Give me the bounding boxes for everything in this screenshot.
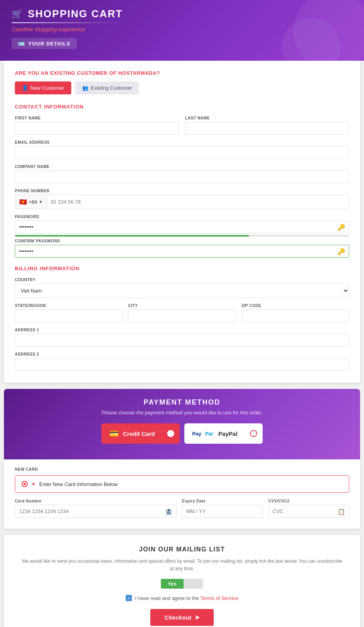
payment-section: PAYMENT METHOD Please choose the payment… xyxy=(4,389,360,459)
password-group: PASSWORD 🔑 xyxy=(15,215,349,237)
confirm-password-label: CONFIRM PASSWORD xyxy=(15,239,349,243)
state-group: STATE/REGION xyxy=(15,304,123,322)
cvv-icon: 📋 xyxy=(337,508,345,515)
contact-section-title: CONTACT INFORMATION xyxy=(15,104,349,110)
enter-card-radio xyxy=(22,481,28,487)
zip-group: ZIP CODE xyxy=(241,304,349,322)
password-strength-bar xyxy=(15,235,349,237)
cart-icon: 🛒 xyxy=(12,9,23,19)
phone-group: PHONE NUMBER 🇻🇳 +84 ▼ xyxy=(15,189,349,209)
card-number-label: Card Number xyxy=(15,499,177,503)
state-city-zip-row: STATE/REGION CITY ZIP CODE xyxy=(15,304,349,322)
cvv-label: CVV/CVC2 xyxy=(268,499,350,503)
address2-input[interactable] xyxy=(15,358,349,371)
enter-card-row[interactable]: + Enter New Card Information Below xyxy=(15,475,349,493)
header: 🛒 SHOPPING CART Carefree shopping experi… xyxy=(0,0,364,61)
email-input[interactable] xyxy=(15,146,349,159)
phone-flag[interactable]: 🇻🇳 +84 ▼ xyxy=(15,195,47,209)
payment-options: 💳 Credit Card PayPal PayPal xyxy=(12,423,352,444)
expiry-input[interactable] xyxy=(182,505,263,518)
paypal-option[interactable]: PayPal PayPal xyxy=(184,423,263,444)
last-name-label: LAST NAME xyxy=(185,116,349,120)
confirm-password-wrap: 🔑 xyxy=(15,245,349,258)
tos-text: I have read and agree to the Terms of Se… xyxy=(135,595,238,601)
card-number-group: Card Number 🏦 xyxy=(15,499,177,518)
existing-customer-button[interactable]: 👥 Existing Customer xyxy=(75,81,139,94)
cvv-group: CVV/CVC2 📋 xyxy=(268,499,350,518)
id-card-icon: 🪪 xyxy=(18,40,25,47)
country-label: COUNTRY xyxy=(15,278,349,282)
first-name-input[interactable] xyxy=(15,122,179,135)
credit-card-icon: 💳 xyxy=(109,429,119,438)
confirm-eye-icon[interactable]: 🔑 xyxy=(337,248,345,255)
enter-card-text: Enter New Card Information Below xyxy=(39,481,117,487)
confirm-password-input[interactable] xyxy=(15,245,349,258)
arrow-icon: ➤ xyxy=(195,614,200,621)
mailing-section: JOIN OUR MAILING LIST We would like to s… xyxy=(4,535,360,627)
address1-input[interactable] xyxy=(15,334,349,347)
billing-section: BILLING INFORMATION COUNTRY Viet Nam STA… xyxy=(15,266,349,371)
cvv-wrap: 📋 xyxy=(268,505,350,518)
first-name-group: FIRST NAME xyxy=(15,116,179,135)
company-input[interactable] xyxy=(15,170,349,183)
password-wrap: 🔑 xyxy=(15,220,349,233)
email-group: EMAIL ADDRESS xyxy=(15,140,349,159)
company-label: COMPANY NAME xyxy=(15,164,349,169)
email-label: EMAIL ADDRESS xyxy=(15,140,349,145)
toggle-yes[interactable]: Yes xyxy=(161,579,184,589)
vietnam-flag-icon: 🇻🇳 xyxy=(19,198,27,206)
credit-card-radio xyxy=(167,430,174,437)
city-input[interactable] xyxy=(128,309,236,322)
tos-checkbox[interactable]: ✓ xyxy=(126,595,132,601)
phone-input[interactable] xyxy=(47,195,349,209)
country-select[interactable]: Viet Nam xyxy=(15,284,349,298)
paypal-radio xyxy=(250,430,257,437)
toggle-no[interactable] xyxy=(184,579,203,589)
mailing-title: JOIN OUR MAILING LIST xyxy=(20,546,344,553)
card-fields: Card Number 🏦 Expiry Date CVV/CVC2 📋 xyxy=(15,499,349,518)
header-divider xyxy=(12,22,121,23)
dropdown-arrow-icon: ▼ xyxy=(39,200,43,204)
checkout-button[interactable]: Checkout ➤ xyxy=(150,609,213,626)
new-customer-button[interactable]: 👤 New Customer xyxy=(15,81,71,94)
header-subtitle: Carefree shopping experience xyxy=(12,26,352,33)
expiry-group: Expiry Date xyxy=(182,499,263,518)
your-details-bar: 🪪 YOUR DETAILS xyxy=(12,38,77,49)
billing-section-title: BILLING INFORMATION xyxy=(15,266,349,271)
plus-icon: + xyxy=(32,481,35,488)
header-title: 🛒 SHOPPING CART xyxy=(12,8,352,20)
customer-toggle: 👤 New Customer 👥 Existing Customer xyxy=(15,81,349,94)
user-plus-icon: 👤 xyxy=(22,85,28,91)
card-number-input[interactable] xyxy=(15,505,177,518)
customer-question: ARE YOU AN EXISTING CUSTOMER OF HOSTARMA… xyxy=(15,70,349,76)
zip-label: ZIP CODE xyxy=(241,304,349,308)
new-card-section: NEW CARD + Enter New Card Information Be… xyxy=(4,459,360,529)
city-group: CITY xyxy=(128,304,236,322)
phone-row: 🇻🇳 +84 ▼ xyxy=(15,195,349,209)
card-number-wrap: 🏦 xyxy=(15,505,177,518)
password-label: PASSWORD xyxy=(15,215,349,219)
mailing-toggle[interactable]: Yes xyxy=(161,579,204,589)
address2-label: ADDRESS 2 xyxy=(15,352,349,356)
company-group: COMPANY NAME xyxy=(15,164,349,183)
first-name-label: FIRST NAME xyxy=(15,116,179,120)
state-label: STATE/REGION xyxy=(15,304,123,308)
tos-row: ✓ I have read and agree to the Terms of … xyxy=(20,595,344,601)
last-name-input[interactable] xyxy=(185,122,349,135)
address2-group: ADDRESS 2 xyxy=(15,352,349,371)
state-input[interactable] xyxy=(15,309,123,322)
payment-title: PAYMENT METHOD xyxy=(12,398,352,407)
city-label: CITY xyxy=(128,304,236,308)
main-form-card: ARE YOU AN EXISTING CUSTOMER OF HOSTARMA… xyxy=(4,61,360,383)
zip-input[interactable] xyxy=(241,309,349,322)
last-name-group: LAST NAME xyxy=(185,116,349,135)
payment-subtitle: Please choose the payment method you wou… xyxy=(12,410,352,416)
credit-card-option[interactable]: 💳 Credit Card xyxy=(101,423,180,444)
password-input[interactable] xyxy=(15,220,349,233)
confirm-password-group: CONFIRM PASSWORD 🔑 xyxy=(15,239,349,258)
name-row: FIRST NAME LAST NAME xyxy=(15,116,349,135)
expiry-label: Expiry Date xyxy=(182,499,263,503)
mailing-text: We would like to send you occasional new… xyxy=(20,558,344,573)
tos-link[interactable]: Terms of Service xyxy=(200,595,238,601)
eye-icon[interactable]: 🔑 xyxy=(337,223,345,231)
